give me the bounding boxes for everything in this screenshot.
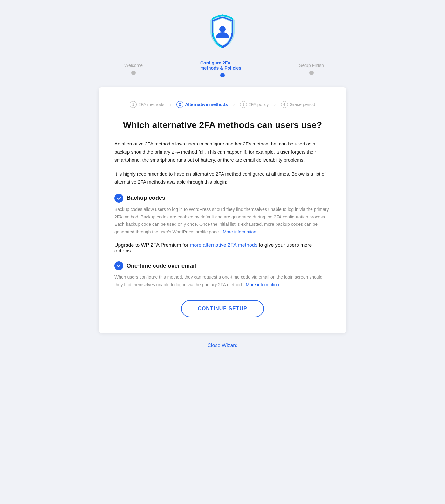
wizard-tabs: 1 2FA methods › 2 Alternative methods › … [114,100,331,109]
backup-codes-check-icon [114,194,123,203]
step-configure-dot [220,73,225,77]
step-welcome-dot [131,71,136,75]
tab-alternative-methods[interactable]: 2 Alternative methods [174,100,230,109]
svg-point-0 [219,26,226,32]
tab-grace-period-num: 4 [281,101,288,108]
logo-container [207,13,238,51]
backup-codes-label: Backup codes [127,195,165,201]
tab-sep-1: › [169,101,171,108]
email-method-more-info-link[interactable]: More information [246,282,279,287]
close-wizard-link[interactable]: Close Wizard [207,343,237,348]
tab-2fa-methods-num: 1 [130,101,137,108]
tab-2fa-methods-label: 2FA methods [138,102,164,107]
email-method-header: One-time code over email [114,261,331,270]
tab-grace-period-label: Grace period [290,102,315,107]
step-welcome: Welcome [111,63,156,75]
tab-sep-2: › [233,101,235,108]
tab-2fa-methods[interactable]: 1 2FA methods [127,100,167,109]
backup-codes-header: Backup codes [114,194,331,203]
page-title: Which alternative 2FA methods can users … [114,119,331,131]
upgrade-link[interactable]: more alternative 2FA methods [190,242,257,248]
step-connector-2 [245,72,289,72]
tab-alt-methods-label: Alternative methods [185,102,228,107]
email-method-label: One-time code over email [127,263,196,269]
description-2: It is highly recommended to have an alte… [114,170,331,186]
step-configure-label: Configure 2FA methods & Policies [200,60,245,71]
step-connector-1 [156,72,200,72]
stepper: Welcome Configure 2FA methods & Policies… [111,60,334,77]
continue-setup-button[interactable]: CONTINUE SETUP [181,300,264,317]
tab-2fa-policy[interactable]: 3 2FA policy [237,100,271,109]
tab-grace-period[interactable]: 4 Grace period [278,100,318,109]
step-finish-dot [309,71,314,75]
email-method-check-icon [114,261,123,270]
tab-2fa-policy-label: 2FA policy [249,102,269,107]
step-finish: Setup Finish [289,63,334,75]
email-method-description: When users configure this method, they c… [114,273,331,289]
upgrade-notice: Upgrade to WP 2FA Premium for more alter… [114,242,331,254]
backup-codes-description: Backup codes allow users to log in to Wo… [114,206,331,236]
upgrade-text-before: Upgrade to WP 2FA Premium for [114,242,190,248]
tab-2fa-policy-num: 3 [240,101,247,108]
description-1: An alternative 2FA method allows users t… [114,140,331,164]
step-finish-label: Setup Finish [299,63,324,68]
tab-sep-3: › [274,101,276,108]
step-welcome-label: Welcome [124,63,143,68]
backup-codes-more-info-link[interactable]: More information [223,229,256,234]
main-card: 1 2FA methods › 2 Alternative methods › … [99,87,346,333]
tab-alt-methods-num: 2 [176,101,183,108]
shield-logo-icon [207,13,238,51]
step-configure: Configure 2FA methods & Policies [200,60,245,77]
